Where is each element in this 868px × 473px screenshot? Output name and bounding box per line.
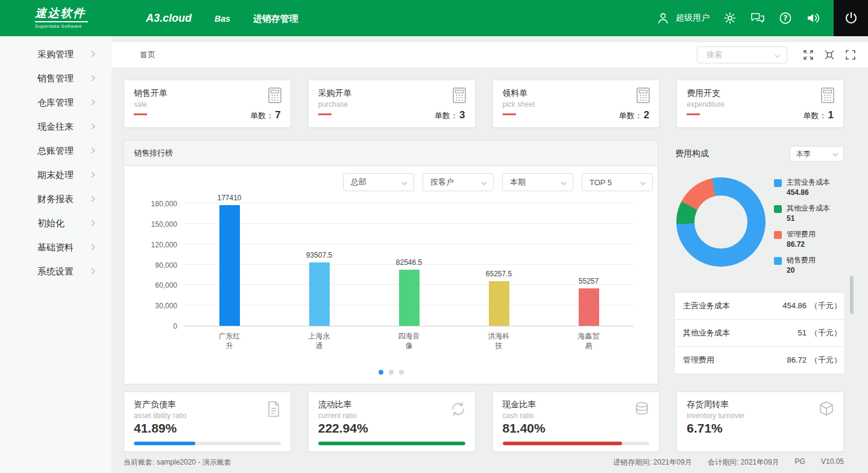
chevron-down-icon — [561, 178, 567, 187]
y-tick-label: 90,000 — [155, 261, 177, 270]
chevron-down-icon — [640, 178, 646, 187]
sidebar-item-ledger[interactable]: 总账管理 — [0, 139, 112, 163]
pagination-dot[interactable] — [389, 370, 394, 375]
ratio-progress-fill — [318, 442, 465, 445]
stat-count-label: 单数： — [250, 111, 274, 120]
filter-top-n-select[interactable]: TOP 5 — [582, 173, 653, 191]
calculator-icon — [267, 87, 283, 106]
nav-item-a3cloud[interactable]: A3.cloud — [146, 12, 192, 25]
settings-gear-icon[interactable] — [723, 11, 737, 25]
logout-power-button[interactable] — [834, 0, 868, 36]
legend-item[interactable]: 管理费用86.72 — [774, 229, 844, 250]
breadcrumb-home-tab[interactable]: 首页 — [140, 49, 156, 60]
dashboard-content: 销售开单 sale 单数：7 采购开单 purchase 单数：3 领料单 pi… — [112, 68, 868, 452]
stat-count-value: 2 — [644, 109, 649, 121]
logo-underline — [35, 21, 88, 22]
chevron-down-icon — [401, 178, 407, 187]
fullscreen-icon[interactable] — [845, 49, 856, 60]
chevron-right-icon — [91, 145, 95, 156]
y-tick-label: 30,000 — [155, 302, 177, 310]
expand-arrows-icon[interactable] — [803, 49, 814, 60]
ratio-card-current-ratio: 流动比率 current ratio 222.94% — [308, 392, 476, 452]
legend-item[interactable]: 主营业务成本454.86 — [774, 177, 844, 198]
expense-row-value: 51 — [798, 328, 807, 337]
bar-slot: 177410广东红升 — [184, 204, 274, 326]
chevron-right-icon — [91, 49, 95, 60]
announcement-speaker-icon[interactable] — [806, 11, 820, 25]
expense-row-unit: （千元） — [810, 355, 841, 366]
stat-card-subtitle: purchase — [318, 100, 465, 109]
nav-item-inventory-module[interactable]: 进销存管理 — [253, 13, 298, 25]
stat-count-value: 3 — [459, 109, 465, 121]
filter-organization-select[interactable]: 总部 — [343, 173, 414, 191]
bar-category-label: 四海音像 — [396, 331, 423, 351]
main-area: 首页 搜索 销售开单 sale 单数：7 — [112, 36, 868, 473]
filter-value: 总部 — [351, 177, 366, 188]
bar — [399, 270, 420, 326]
sidebar-item-label: 总账管理 — [37, 145, 74, 157]
stat-card-pick-sheet[interactable]: 领料单 pick sheet 单数：2 — [492, 80, 660, 128]
filter-period-select[interactable]: 本期 — [502, 173, 573, 191]
calculator-icon — [635, 87, 651, 106]
breadcrumb-bar: 首页 搜索 — [112, 42, 868, 68]
chevron-right-icon — [91, 218, 95, 229]
expense-row-label: 管理费用 — [683, 355, 714, 366]
bar-value-label: 93507.5 — [306, 251, 332, 259]
legend-label: 管理费用 — [787, 229, 816, 240]
pagination-dot[interactable] — [399, 370, 404, 375]
sidebar-item-base-data[interactable]: 基础资料 — [0, 235, 112, 259]
user-name: 超级用户 — [676, 13, 709, 24]
ratio-card-asset-liability: 资产负债率 asset libility ratio 41.89% — [124, 392, 291, 452]
chevron-right-icon — [91, 266, 95, 277]
sales-ranking-header: 销售排行榜 — [124, 141, 658, 166]
help-icon[interactable]: ? — [778, 11, 793, 25]
sidebar-item-label: 财务报表 — [37, 194, 74, 205]
app-header: 速达软件 Superdata Software A3.cloud Bas 进销存… — [0, 0, 868, 36]
sidebar-item-cash[interactable]: 现金往来 — [0, 115, 112, 139]
sidebar-item-financial-reports[interactable]: 财务报表 — [0, 187, 112, 211]
ratio-card-subtitle: cash ratio — [503, 411, 650, 420]
chart-row: 销售排行榜 总部 按客户 本期 TOP 5 030,00060,00090,00… — [124, 140, 844, 384]
sidebar-item-warehouse[interactable]: 仓库管理 — [0, 90, 112, 115]
user-menu[interactable]: 超级用户 — [656, 11, 709, 25]
ratio-value: 6.71% — [687, 421, 723, 436]
legend-item[interactable]: 其他业务成本51 — [774, 203, 844, 224]
expense-row-unit: （千元） — [810, 328, 841, 338]
accent-underline — [503, 113, 516, 115]
expense-row: 主营业务成本 454.86（千元） — [675, 293, 844, 320]
sales-ranking-title: 销售排行榜 — [134, 148, 173, 159]
stat-card-sales-billing[interactable]: 销售开单 sale 单数：7 — [124, 80, 291, 128]
sidebar-item-label: 销售管理 — [37, 73, 74, 84]
stat-count-value: 1 — [828, 109, 834, 121]
collapse-fit-icon[interactable] — [824, 49, 835, 60]
ratio-card-title: 现金比率 — [503, 399, 650, 410]
bar-slot: 55257海鑫贸易 — [544, 204, 634, 326]
pagination-dot[interactable] — [379, 370, 383, 375]
sidebar-item-system-settings[interactable]: 系统设置 — [0, 259, 112, 284]
messages-chat-icon[interactable] — [750, 11, 765, 25]
sidebar-item-purchase[interactable]: 采购管理 — [0, 42, 112, 66]
chevron-right-icon — [91, 242, 95, 253]
panel-scrollbar-thumb[interactable] — [850, 276, 854, 314]
y-tick-label: 60,000 — [155, 281, 177, 290]
nav-item-bas[interactable]: Bas — [215, 14, 230, 24]
accent-underline — [318, 113, 332, 115]
donut-hole — [694, 195, 747, 249]
db-type-label: PG — [795, 457, 805, 468]
stat-count: 单数：2 — [619, 109, 649, 121]
expense-chart: 主营业务成本454.86其他业务成本51管理费用86.72销售费用20 — [675, 177, 844, 281]
stat-card-purchase-billing[interactable]: 采购开单 purchase 单数：3 — [308, 80, 476, 128]
ratio-card-title: 流动比率 — [318, 399, 465, 410]
ratio-card-subtitle: current ratio — [318, 411, 465, 420]
stat-card-expenditure[interactable]: 费用开支 expenditure 单数：1 — [676, 80, 844, 128]
search-input[interactable]: 搜索 — [697, 46, 787, 63]
expense-period-select[interactable]: 本季 — [790, 146, 844, 162]
filter-by-customer-select[interactable]: 按客户 — [423, 173, 494, 191]
report-document-icon — [265, 400, 283, 421]
legend-value: 454.86 — [787, 188, 830, 198]
sidebar-item-period-end[interactable]: 期末处理 — [0, 163, 112, 187]
sidebar-item-sales[interactable]: 销售管理 — [0, 66, 112, 90]
y-tick-label: 0 — [173, 322, 177, 331]
legend-item[interactable]: 销售费用20 — [774, 255, 844, 276]
sidebar-item-initialization[interactable]: 初始化 — [0, 211, 112, 235]
